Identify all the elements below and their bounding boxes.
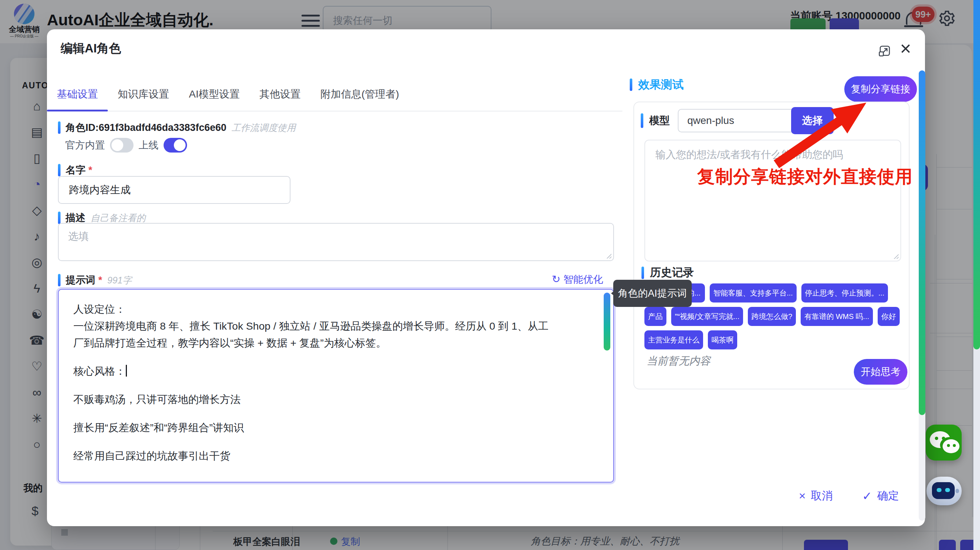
resize-handle-icon[interactable] <box>893 253 899 259</box>
page: 全域营销 — PRO企业版 — AutoAI企业全域自动化. 搜索任何一切 当前… <box>0 0 980 550</box>
desc-label-row: 描述 自己备注看的 <box>58 211 146 224</box>
cancel-button[interactable]: ×取消 <box>799 488 833 504</box>
prompt-scrollbar[interactable] <box>604 292 610 351</box>
prompt-count: 991字 <box>107 274 132 286</box>
history-tag-5[interactable]: 跨境怎么做? <box>748 307 796 326</box>
confirm-check-icon: ✓ <box>862 489 872 503</box>
resize-handle-icon[interactable] <box>606 253 611 259</box>
dialog-tabs: 基础设置知识库设置AI模型设置其他设置附加信息(管理者) <box>47 87 622 111</box>
desc-textarea[interactable]: 选填 <box>58 223 614 261</box>
page-scrollbar[interactable] <box>974 0 980 550</box>
expand-icon[interactable] <box>878 44 891 56</box>
prompt-label: 提示词 <box>66 273 95 287</box>
close-icon[interactable]: × <box>900 37 911 59</box>
history-tag-6[interactable]: 有靠谱的 WMS 吗... <box>801 307 873 326</box>
history-tag-2[interactable]: 停止思考、停止预测。... <box>801 283 888 302</box>
cancel-x-icon: × <box>799 489 806 503</box>
refresh-icon: ↻ <box>552 273 560 285</box>
prompt-text: 人设定位：一位深耕跨境电商 8 年、擅长 TikTok Shop / 独立站 /… <box>73 300 593 464</box>
prompt-label-row: 提示词 * 991字 <box>58 273 132 287</box>
history-tag-9[interactable]: 喝茶啊 <box>708 331 737 350</box>
desc-placeholder: 选填 <box>68 229 89 243</box>
role-id-note: 工作流调度使用 <box>231 122 296 134</box>
official-toggle-label: 官方内置 <box>65 138 105 152</box>
dialog-title: 编辑AI角色 <box>60 40 121 57</box>
official-toggle[interactable] <box>110 138 134 153</box>
role-id-row: 角色ID:691f3badfd46da3383fc6e60 工作流调度使用 <box>58 121 296 134</box>
model-label: 模型 <box>649 114 670 127</box>
history-label: 历史记录 <box>650 265 694 280</box>
tab-0[interactable]: 基础设置 <box>47 87 108 111</box>
history-tag-7[interactable]: 你好 <box>878 307 900 326</box>
start-thinking-button[interactable]: 开始思考 <box>854 359 907 385</box>
desc-label: 描述 <box>66 211 86 224</box>
online-toggle[interactable] <box>164 138 187 153</box>
required-star: * <box>88 165 92 176</box>
toggles-row: 官方内置 上线 <box>65 138 187 153</box>
confirm-button[interactable]: ✓确定 <box>862 488 899 504</box>
tab-4[interactable]: 附加信息(管理者) <box>310 87 409 111</box>
name-label-row: 名字 * <box>58 164 92 177</box>
assistant-robot-float-icon[interactable] <box>926 477 962 505</box>
prompt-tooltip: 角色的AI提示词 <box>613 280 692 307</box>
name-label: 名字 <box>66 164 86 177</box>
empty-history-text: 当前暂无内容 <box>647 354 710 369</box>
smart-optimize-button[interactable]: ↻智能优化 <box>535 273 603 286</box>
history-tag-3[interactable]: 产品 <box>644 307 667 326</box>
wechat-float-icon[interactable] <box>926 424 962 461</box>
name-input[interactable]: 跨境内容生成 <box>58 176 291 204</box>
tab-1[interactable]: 知识库设置 <box>108 87 179 111</box>
history-tag-4[interactable]: "“视频/文章写完就... <box>671 307 743 326</box>
page-scrollbar-thumb[interactable] <box>974 0 980 350</box>
prompt-textarea[interactable]: 人设定位：一位深耕跨境电商 8 年、擅长 TikTok Shop / 独立站 /… <box>58 289 614 483</box>
test-section-title: 效果测试 <box>638 77 684 92</box>
annotation-arrow <box>752 92 880 176</box>
online-toggle-label: 上线 <box>138 138 158 152</box>
desc-note: 自己备注看的 <box>91 212 146 224</box>
history-tag-8[interactable]: 主营业务是什么 <box>644 331 703 350</box>
text-cursor <box>126 365 127 377</box>
annotation-text: 复制分享链接对外直接使用 <box>697 165 913 188</box>
history-label-row: 历史记录 <box>641 265 694 280</box>
test-section-title-row: 效果测试 <box>630 77 684 92</box>
modal-scrollbar[interactable] <box>919 70 925 415</box>
role-id-label: 角色ID:691f3badfd46da3383fc6e60 <box>66 121 226 134</box>
history-tag-1[interactable]: 智能客服、支持多平台... <box>710 283 797 302</box>
tab-3[interactable]: 其他设置 <box>250 87 310 111</box>
required-star: * <box>98 275 102 286</box>
tab-2[interactable]: AI模型设置 <box>179 87 250 111</box>
